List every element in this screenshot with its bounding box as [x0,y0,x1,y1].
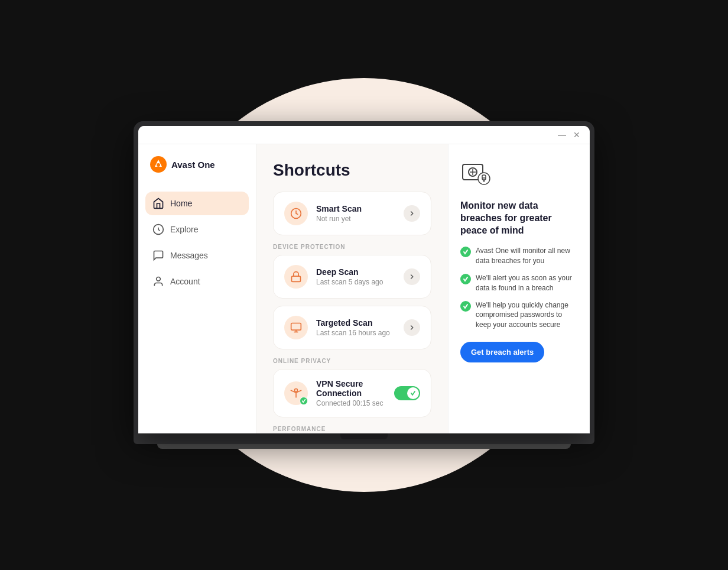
breach-item-1: Avast One will monitor all new data brea… [460,246,578,266]
breach-text-2: We'll alert you as soon as your data is … [476,273,578,293]
svg-point-1 [157,163,160,167]
deep-scan-info: Deep Scan Last scan 5 days ago [316,267,395,286]
sidebar-item-home-label: Home [170,199,192,208]
performance-label: PERFORMANCE [273,426,431,432]
breach-monitor-icon [460,158,493,192]
vpn-toggle[interactable] [394,386,420,400]
breach-check-2 [460,274,471,284]
sidebar-item-account[interactable]: Account [145,270,249,293]
sidebar-item-messages[interactable]: Messages [145,244,249,267]
smart-scan-icon [290,208,302,219]
logo-area: Avast One [145,154,249,175]
targeted-scan-arrow[interactable] [404,319,420,336]
main-content: Shortcuts Smart Scan Not [256,144,448,433]
deep-scan-icon-wrap [284,265,308,289]
explore-icon [152,224,164,235]
breach-panel-title: Monitor new data breaches for greater pe… [460,200,578,237]
svg-rect-6 [291,323,301,331]
sidebar-item-explore-label: Explore [170,225,198,234]
deep-scan-name: Deep Scan [316,267,395,277]
svg-point-3 [157,277,161,281]
svg-rect-5 [292,276,301,281]
device-protection-label: DEVICE PROTECTION [273,244,431,250]
laptop-foot [157,444,571,449]
home-icon [152,197,164,209]
targeted-scan-icon [290,322,302,333]
minimize-button[interactable]: — [558,131,566,139]
sidebar: Avast One Home [138,144,256,433]
arrow-right-icon [408,273,416,281]
laptop-base [134,433,594,444]
targeted-scan-name: Targeted Scan [316,318,395,328]
sidebar-item-home[interactable]: Home [145,192,249,215]
targeted-scan-card[interactable]: Targeted Scan Last scan 16 hours ago [273,306,431,349]
targeted-scan-status: Last scan 16 hours ago [316,329,395,337]
breach-item-3: We'll help you quickly change compromise… [460,300,578,330]
vpn-icon [290,387,302,399]
breach-text-3: We'll help you quickly change compromise… [476,300,578,330]
vpn-status: Connected 00:15 sec [316,399,386,407]
right-panel: Monitor new data breaches for greater pe… [448,144,590,433]
deep-scan-icon [290,271,302,283]
vpn-card[interactable]: VPN Secure Connection Connected 00:15 se… [273,369,431,417]
vpn-connected-badge [300,397,308,405]
laptop-notch [340,433,388,439]
smart-scan-name: Smart Scan [316,204,395,213]
targeted-scan-icon-wrap [284,316,308,339]
vpn-icon-wrap [284,381,308,405]
page-title: Shortcuts [273,161,431,180]
svg-point-15 [483,180,485,182]
vpn-name: VPN Secure Connection [316,379,386,398]
deep-scan-status: Last scan 5 days ago [316,278,395,286]
vpn-info: VPN Secure Connection Connected 00:15 se… [316,379,386,407]
smart-scan-status: Not run yet [316,215,395,223]
deep-scan-card[interactable]: Deep Scan Last scan 5 days ago [273,255,431,299]
breach-check-1 [460,247,471,257]
online-privacy-label: ONLINE PRIVACY [273,358,431,364]
targeted-scan-info: Targeted Scan Last scan 16 hours ago [316,318,395,337]
sidebar-nav: Home Explore [145,192,249,293]
breach-check-3 [460,301,471,312]
get-breach-alerts-button[interactable]: Get breach alerts [460,342,544,362]
logo-text: Avast One [171,160,215,170]
smart-scan-card[interactable]: Smart Scan Not run yet [273,192,431,235]
breach-text-1: Avast One will monitor all new data brea… [476,246,578,266]
avast-logo-icon [150,156,167,173]
smart-scan-arrow[interactable] [404,205,420,222]
arrow-right-icon [408,209,416,218]
toggle-knob [407,387,419,399]
sidebar-item-explore[interactable]: Explore [145,218,249,241]
deep-scan-arrow[interactable] [404,268,420,285]
smart-scan-icon-wrap [284,202,308,225]
window-titlebar: — ✕ [138,126,590,144]
svg-point-9 [295,389,298,392]
arrow-right-icon [408,323,416,332]
breach-item-2: We'll alert you as soon as your data is … [460,273,578,293]
sidebar-item-account-label: Account [170,277,200,286]
smart-scan-info: Smart Scan Not run yet [316,204,395,223]
sidebar-item-messages-label: Messages [170,251,208,260]
svg-point-13 [478,173,490,184]
close-button[interactable]: ✕ [573,131,580,139]
account-icon [152,276,164,287]
messages-icon [152,250,164,261]
